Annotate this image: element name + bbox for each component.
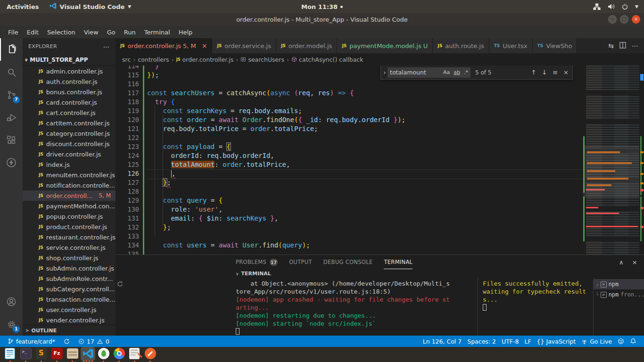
workspace-folder-row[interactable]: ∨ MULTI_STORE_APP: [23, 55, 116, 65]
panel-tab-output[interactable]: OUTPUT: [289, 255, 312, 269]
dock-item-filezilla[interactable]: Fz: [49, 347, 65, 362]
close-panel-icon[interactable]: ×: [632, 259, 637, 266]
menu-edit[interactable]: Edit: [23, 27, 43, 37]
maximize-panel-icon[interactable]: ∧: [619, 259, 624, 266]
code-line[interactable]: 128: [116, 187, 583, 196]
dock-item-terminal-app[interactable]: >_: [18, 347, 33, 362]
code-line[interactable]: 120 const order = await Order.findOne({ …: [116, 115, 583, 124]
extensions-icon[interactable]: [0, 129, 23, 151]
editor-tab[interactable]: JSorder.model.js: [276, 38, 337, 53]
whole-word-icon[interactable]: ab: [454, 69, 460, 75]
sync-button[interactable]: [61, 336, 73, 347]
file-tree-item[interactable]: JScartItem.controller.js: [23, 118, 116, 128]
breadcrumb-item[interactable]: searchUsers: [240, 56, 284, 63]
code-line[interactable]: 119 const searchKeys = req.body.emails;: [116, 107, 583, 115]
git-branch-item[interactable]: feature/card*: [5, 336, 58, 347]
breadcrumb-item[interactable]: controllers: [138, 56, 169, 63]
status-eol[interactable]: LF: [521, 338, 534, 345]
code-line[interactable]: 116: [116, 80, 583, 89]
code-line[interactable]: 122: [116, 133, 583, 142]
file-tree-item[interactable]: JSdriver.controller.js: [23, 149, 116, 159]
dock-item-sublime-text[interactable]: S: [33, 347, 49, 362]
code-line[interactable]: 134 const users = await User.find(query)…: [116, 241, 583, 250]
editor-tab[interactable]: JSauth.route.js: [433, 38, 489, 53]
terminal-body[interactable]: at Object.<anonymous> (/home/developer/D…: [116, 278, 644, 336]
dock-item-dbeaver[interactable]: [96, 347, 111, 362]
close-tab-icon[interactable]: ×: [202, 42, 207, 49]
file-tree-item[interactable]: JSshop.controller.js: [23, 253, 116, 263]
open-changes-icon[interactable]: ⇆: [608, 42, 614, 49]
file-tree-item[interactable]: JSindex.js: [23, 159, 116, 170]
breadcrumb-item[interactable]: catchAsync() callback: [291, 56, 363, 63]
code-editor[interactable]: 114 }115});116117const searchUsers = cat…: [116, 66, 644, 255]
file-tree-item[interactable]: JSrestaurant.controller.js: [23, 232, 116, 242]
file-tree-item[interactable]: JSdiscount.controller.js: [23, 139, 116, 149]
code-line[interactable]: 125 totalAmount: order.totalPrice,: [116, 160, 583, 169]
accounts-icon[interactable]: [0, 290, 23, 313]
file-tree-item[interactable]: JSnotification.controlle...: [23, 180, 116, 190]
terminal-instance[interactable]: ┌>npm: [594, 279, 644, 289]
match-case-icon[interactable]: Aa: [443, 69, 450, 75]
file-tree-item[interactable]: JSuser.controller.js: [23, 304, 116, 315]
explorer-icon[interactable]: [0, 38, 23, 61]
menu-help[interactable]: Help: [174, 27, 197, 37]
minimap-slider[interactable]: [583, 146, 639, 197]
app-menu[interactable]: Visual Studio Code ▼: [46, 2, 135, 11]
more-actions-icon[interactable]: ⋯: [632, 42, 638, 49]
file-tree-item[interactable]: JStransaction.controlle...: [23, 294, 116, 304]
clock[interactable]: Mon 11:38: [301, 3, 343, 10]
status-indentation[interactable]: Spaces: 2: [464, 338, 499, 345]
problems-item[interactable]: 17 0: [75, 336, 112, 347]
regex-icon[interactable]: .*: [464, 69, 468, 75]
editor-tab[interactable]: TSUser.tsx: [489, 38, 533, 53]
menu-selection[interactable]: Selection: [43, 27, 80, 37]
status-cursor-position[interactable]: Ln 126, Col 7: [420, 338, 464, 345]
maximize-button[interactable]: ▢: [620, 15, 628, 24]
file-tree-item[interactable]: JSbonus.controller.js: [23, 87, 116, 97]
breadcrumb-item[interactable]: src: [122, 56, 131, 63]
file-tree-item[interactable]: JSsubAdmin.controller.js: [23, 263, 116, 273]
run-debug-icon[interactable]: [0, 106, 23, 129]
dock-item-libreoffice-writer[interactable]: [2, 347, 18, 362]
code-line[interactable]: 123 const payload = {: [116, 142, 583, 151]
panel-tab-terminal[interactable]: TERMINAL: [384, 255, 413, 269]
code-line[interactable]: 118 try {: [116, 98, 583, 107]
status-go-live[interactable]: Go Live: [578, 338, 615, 345]
outline-section[interactable]: > OUTLINE: [23, 325, 116, 336]
code-line[interactable]: 129 const query = {: [116, 196, 583, 205]
editor-tab[interactable]: JSorder.controller.js 5, M×: [116, 38, 212, 53]
code-line[interactable]: 130 role: 'user',: [116, 205, 583, 214]
terminal-section-header[interactable]: ∨ TERMINAL: [116, 269, 644, 278]
breadcrumb[interactable]: src›controllers›JSorder.controller.js›se…: [116, 53, 644, 66]
explorer-more-actions-icon[interactable]: ⋯: [103, 43, 110, 50]
file-tree-item[interactable]: JSpopup.controller.js: [23, 211, 116, 222]
code-line[interactable]: 131 email: { $in: searchKeys },: [116, 214, 583, 223]
menu-go[interactable]: Go: [103, 27, 120, 37]
file-tree-item[interactable]: JScategory.controller.js: [23, 128, 116, 139]
file-tree-item[interactable]: JScard.controller.js: [23, 97, 116, 107]
dock-item-text-editor[interactable]: [127, 347, 142, 362]
close-button[interactable]: ×: [632, 15, 640, 24]
file-tree-item[interactable]: JSauth.controller.js: [23, 76, 116, 87]
notifications-bell-icon[interactable]: [627, 338, 639, 345]
code-line[interactable]: 126 ,: [116, 169, 583, 178]
menu-view[interactable]: View: [80, 27, 103, 37]
file-tree-item[interactable]: JSorder.controll...5, M: [23, 190, 116, 201]
close-find-icon[interactable]: ×: [563, 69, 569, 76]
code-line[interactable]: 127 };: [116, 178, 583, 187]
editor-tab[interactable]: JSpaymentMode.model.js U: [337, 38, 433, 53]
source-control-icon[interactable]: 7: [0, 83, 23, 106]
file-tree-item[interactable]: JSadmin.controller.js: [23, 66, 116, 76]
file-tree-item[interactable]: JSvender.controller.js: [23, 315, 116, 325]
code-line[interactable]: 121 req.body.totalPrice = order.totalPri…: [116, 124, 583, 133]
panel-tab-debug-console[interactable]: DEBUG CONSOLE: [323, 255, 373, 269]
dock-item-pencil-app[interactable]: [142, 347, 158, 362]
code-line[interactable]: 133: [116, 232, 583, 241]
code-line[interactable]: 135: [116, 250, 583, 255]
dock-item-vscode[interactable]: [80, 347, 96, 362]
editor-tab[interactable]: JSorder.service.js: [212, 38, 276, 53]
dock-item-file-manager[interactable]: [65, 347, 80, 362]
file-tree-item[interactable]: JSsubCategory.controll...: [23, 284, 116, 294]
toggle-replace-icon[interactable]: ›: [381, 66, 388, 79]
editor-tab[interactable]: TSViewSho: [533, 38, 578, 53]
